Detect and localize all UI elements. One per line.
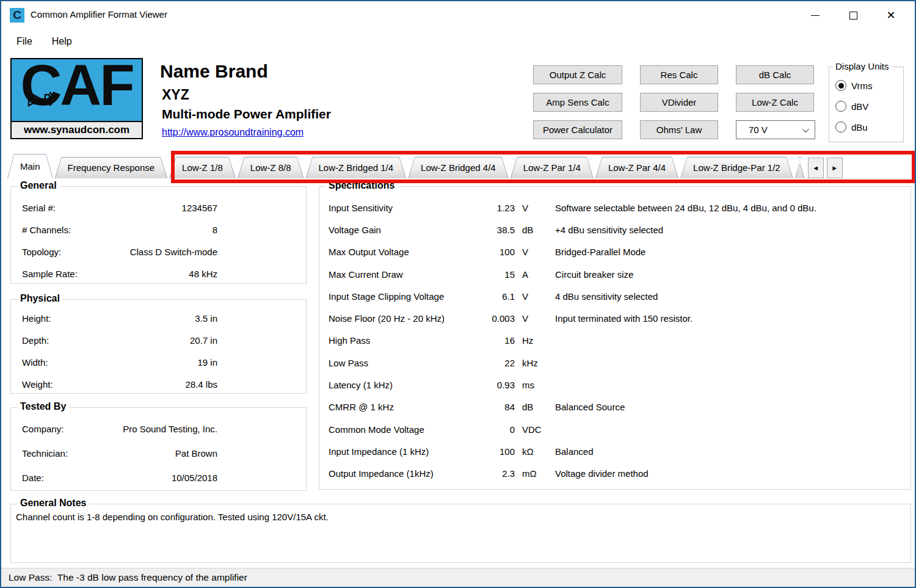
status-bar: Low Pass: The -3 dB low pass frequency o…: [1, 568, 915, 587]
spec-row-common-mode-voltage: Common Mode Voltage 0 VDC: [319, 418, 911, 440]
tab-frequency-response[interactable]: Frequency Response: [55, 157, 168, 178]
close-button[interactable]: ✕: [872, 2, 910, 28]
db-calc-button[interactable]: dB Calc: [736, 65, 814, 84]
tab-low-z-bridge-par-1-2[interactable]: Low-Z Bridge-Par 1/2: [680, 157, 793, 178]
dbu-radio[interactable]: [835, 122, 846, 132]
tested-by-title: Tested By: [17, 401, 69, 412]
spec-row-output-impedance: Output Impedance (1kHz) 2.3 mΩ Voltage d…: [319, 463, 911, 485]
spec-row-voltage-gain: Voltage Gain 38.5 dB +4 dBu sensitivity …: [319, 219, 911, 241]
weight-row: Weight: 28.4 lbs: [11, 373, 306, 395]
amp-sens-calc-button[interactable]: Amp Sens Calc: [533, 93, 622, 112]
specifications-groupbox: Specifications Input Sensitivity 1.23 V …: [319, 186, 911, 490]
prosoundtraining-link[interactable]: http://www.prosoundtraining.com: [162, 127, 304, 138]
company-row: Company: Pro Sound Testing, Inc.: [11, 416, 306, 441]
specifications-title: Specifications: [325, 180, 398, 191]
spec-row-latency: Latency (1 kHz) 0.93 ms: [319, 374, 911, 396]
sample-rate-row: Sample Rate: 48 kHz: [11, 263, 306, 285]
amp-speaker-icon: [26, 87, 59, 111]
voltage-value: 70 V: [749, 125, 768, 135]
maximize-icon: [849, 12, 857, 20]
tab-low-z-par-1-4[interactable]: Low-Z Par 1/4: [511, 157, 594, 178]
output-z-calc-button[interactable]: Output Z Calc: [533, 65, 622, 84]
spec-row-input-impedance: Input Impedance (1 kHz) 100 kΩ Balanced: [319, 440, 911, 462]
spec-row-max-current-draw: Max Current Draw 15 A Circuit breaker si…: [319, 263, 911, 285]
tab-low-z-par-4-4[interactable]: Low-Z Par 4/4: [595, 157, 678, 178]
tab-low-z-bridged-1-4[interactable]: Low-Z Bridged 1/4: [306, 157, 407, 178]
radio-option-dbu[interactable]: dBu: [835, 122, 868, 132]
general-notes-title: General Notes: [17, 498, 89, 509]
chevron-down-icon: [802, 126, 809, 132]
window-title: Common Amplifier Format Viewer: [31, 9, 167, 20]
general-groupbox: General Serial #: 1234567 # Channels: 8 …: [10, 186, 307, 284]
height-row: Height: 3.5 in: [11, 307, 306, 329]
minimize-button[interactable]: [796, 2, 834, 28]
channels-row: # Channels: 8: [11, 219, 306, 241]
caf-logo: CAF www.synaudcon.com: [10, 58, 143, 139]
tab-main[interactable]: Main: [7, 154, 53, 178]
spec-row-cmrr: CMRR @ 1 kHz 84 dB Balanced Source: [319, 396, 911, 418]
spec-row-input-stage-clipping: Input Stage Clipping Voltage 6.1 V 4 dBu…: [319, 285, 911, 307]
app-window: C Common Amplifier Format Viewer ✕ File …: [0, 0, 916, 588]
menu-file[interactable]: File: [16, 36, 32, 47]
spec-row-input-sensitivity: Input Sensitivity 1.23 V Software select…: [319, 197, 911, 219]
spec-row-low-pass: Low Pass 22 kHz: [319, 352, 911, 374]
tab-low-z-8-8[interactable]: Low-Z 8/8: [238, 157, 304, 178]
dbu-label: dBu: [851, 122, 868, 132]
tab-low-z-bridged-4-4[interactable]: Low-Z Bridged 4/4: [408, 157, 509, 178]
ohms-law-button[interactable]: Ohms' Law: [640, 120, 718, 139]
topology-row: Topology: Class D Switch-mode: [11, 241, 306, 263]
spec-row-noise-floor: Noise Floor (20 Hz - 20 kHz) 0.003 V Inp…: [319, 307, 911, 329]
minimize-icon: [811, 15, 820, 16]
physical-groupbox: Physical Height: 3.5 in Depth: 20.7 in W…: [10, 299, 307, 394]
depth-row: Depth: 20.7 in: [11, 329, 306, 351]
display-units-label: Display Units: [833, 61, 892, 71]
model-name: XYZ: [162, 87, 189, 103]
dbv-radio[interactable]: [835, 101, 846, 112]
general-notes-groupbox: General Notes Channel count is 1-8 depen…: [10, 504, 911, 563]
low-z-calc-button[interactable]: Low-Z Calc: [736, 93, 814, 112]
spec-row-max-output-voltage: Max Output Voltage 100 V Bridged-Paralle…: [319, 241, 911, 263]
voltage-select[interactable]: 70 V: [736, 120, 815, 139]
scroll-right-icon: ►: [831, 164, 838, 172]
general-notes-text: Channel count is 1-8 depending on config…: [11, 504, 911, 522]
amplifier-description: Multi-mode Power Amplifier: [162, 107, 331, 122]
menu-bar: File Help: [1, 29, 915, 54]
spec-row-high-pass: High Pass 16 Hz: [319, 330, 911, 352]
scroll-left-icon: ◄: [812, 164, 819, 172]
logo-caption: www.synaudcon.com: [12, 121, 142, 138]
general-title: General: [17, 180, 60, 191]
radio-option-dbv[interactable]: dBV: [835, 101, 868, 112]
physical-title: Physical: [17, 293, 63, 304]
tab-low-z-1-8[interactable]: Low-Z 1/8: [169, 157, 236, 178]
serial-row: Serial #: 1234567: [11, 197, 306, 219]
close-icon: ✕: [886, 10, 895, 21]
tab-scroll-right-button[interactable]: ►: [827, 158, 843, 178]
vrms-label: Vrms: [851, 81, 872, 91]
vdivider-button[interactable]: VDivider: [640, 93, 718, 112]
res-calc-button[interactable]: Res Calc: [640, 65, 718, 84]
status-text: Low Pass: The -3 dB low pass frequency o…: [9, 572, 247, 583]
tab-strip: Main Frequency Response Low-Z 1/8 Low-Z …: [7, 154, 843, 178]
vrms-radio[interactable]: [835, 80, 846, 91]
tested-by-groupbox: Tested By Company: Pro Sound Testing, In…: [10, 407, 307, 491]
width-row: Width: 19 in: [11, 351, 306, 373]
title-bar: C Common Amplifier Format Viewer ✕: [1, 1, 915, 29]
tab-partial[interactable]: [795, 157, 805, 178]
display-units-group: Display Units Vrms dBV dBu: [829, 67, 904, 142]
brand-name: Name Brand: [160, 61, 268, 82]
technician-row: Technician: Pat Brown: [11, 441, 306, 465]
dbv-label: dBV: [851, 101, 868, 112]
power-calculator-button[interactable]: Power Calculator: [533, 120, 622, 139]
maximize-button[interactable]: [834, 2, 872, 28]
date-row: Date: 10/05/2018: [11, 465, 306, 490]
radio-option-vrms[interactable]: Vrms: [835, 80, 872, 91]
tab-scroll-left-button[interactable]: ◄: [808, 158, 824, 178]
app-icon: C: [10, 8, 24, 23]
menu-help[interactable]: Help: [52, 36, 72, 47]
